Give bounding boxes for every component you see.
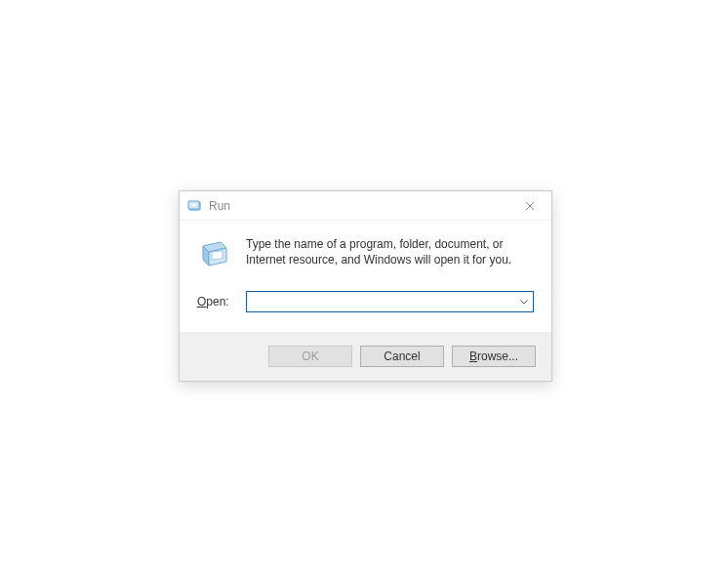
open-row: Open: [197, 291, 534, 312]
chevron-down-icon[interactable] [515, 292, 533, 311]
browse-button[interactable]: Browse... [452, 346, 536, 367]
open-input[interactable] [247, 292, 515, 311]
run-icon [197, 236, 232, 271]
ok-button: OK [268, 346, 352, 367]
dialog-title: Run [209, 199, 510, 213]
close-button[interactable] [510, 192, 549, 220]
svg-rect-5 [212, 251, 222, 261]
open-combobox[interactable] [246, 291, 534, 312]
description-text: Type the name of a program, folder, docu… [246, 236, 534, 267]
titlebar: Run [180, 191, 551, 221]
run-dialog: Run Type the name of a program, fo [179, 190, 552, 382]
button-bar: OK Cancel Browse... [180, 332, 551, 381]
dialog-body: Type the name of a program, folder, docu… [180, 221, 551, 332]
svg-rect-2 [190, 203, 197, 207]
description-row: Type the name of a program, folder, docu… [197, 236, 534, 271]
run-icon-small [187, 198, 203, 214]
open-label: Open: [197, 295, 234, 309]
cancel-button[interactable]: Cancel [360, 346, 444, 367]
